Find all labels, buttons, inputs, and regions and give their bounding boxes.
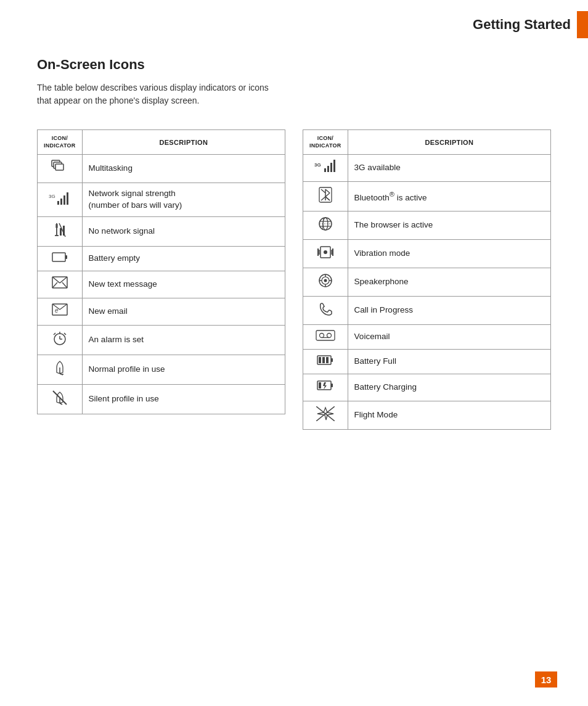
svg-rect-7 — [67, 192, 68, 205]
section-title: On-Screen Icons — [37, 57, 551, 73]
page-number: 13 — [535, 671, 557, 688]
table-row: No network signal — [38, 217, 285, 247]
desc-bluetooth: Bluetooth® is active — [348, 182, 550, 211]
icon-battery-charging — [303, 374, 348, 401]
desc-voicemail: Voicemail — [348, 325, 550, 350]
icon-flight-mode — [303, 401, 348, 430]
desc-multitasking: Multitasking — [82, 155, 285, 183]
table-row: Voicemail — [303, 325, 551, 350]
table-row: Silent profile in use — [38, 385, 285, 414]
icon-battery-empty — [38, 247, 83, 271]
desc-battery-charging: Battery Charging — [348, 374, 550, 401]
right-table-header-icon: ICON/INDICATOR — [303, 130, 348, 155]
table-row: An alarm is set — [38, 326, 285, 355]
desc-flight-mode: Flight Mode — [348, 401, 550, 430]
page-content: On-Screen Icons The table below describe… — [0, 44, 588, 454]
table-row: Multitasking — [38, 155, 285, 183]
svg-rect-13 — [60, 228, 62, 236]
svg-rect-42 — [330, 163, 332, 172]
svg-line-31 — [64, 333, 66, 335]
page-number-wrap: 13 — [535, 671, 557, 688]
icon-call-progress — [303, 297, 348, 325]
desc-network-signal: Network signal strength(number of bars w… — [82, 183, 285, 217]
desc-vibration: Vibration mode — [348, 240, 550, 268]
icon-vibration — [303, 240, 348, 268]
desc-no-network: No network signal — [82, 217, 285, 247]
table-row: Vibration mode — [303, 240, 551, 268]
svg-rect-2 — [55, 164, 63, 170]
desc-new-text-message: New text message — [82, 271, 285, 298]
header-title-wrap: Getting Started — [473, 11, 588, 38]
icon-new-text-message — [38, 271, 83, 298]
right-table: ICON/INDICATOR DESCRIPTION 3G — [303, 129, 551, 430]
svg-rect-71 — [316, 330, 335, 340]
svg-line-47 — [325, 193, 330, 197]
desc-browser: The browser is active — [348, 211, 550, 240]
table-row: Battery empty — [38, 247, 285, 271]
icon-silent-profile — [38, 385, 83, 414]
icon-battery-full — [303, 350, 348, 374]
table-row: New text message — [38, 271, 285, 298]
table-row: 3G Network signal strength(number of bar… — [38, 183, 285, 217]
desc-battery-empty: Battery empty — [82, 247, 285, 271]
icon-new-email: e — [38, 298, 83, 326]
svg-point-66 — [324, 279, 327, 282]
table-row: Battery Full — [303, 350, 551, 374]
desc-silent-profile: Silent profile in use — [82, 385, 285, 414]
svg-line-46 — [325, 189, 330, 193]
table-row: Bluetooth® is active — [303, 182, 551, 211]
icon-3g: 3G — [303, 155, 348, 182]
desc-new-email: New email — [82, 298, 285, 326]
svg-line-21 — [52, 282, 57, 288]
header-accent-bar — [577, 11, 588, 38]
svg-rect-78 — [322, 357, 325, 363]
svg-line-49 — [325, 197, 330, 200]
table-row: e New email — [38, 298, 285, 326]
table-row: Speakerphone — [303, 268, 551, 297]
svg-rect-6 — [63, 195, 65, 205]
svg-rect-17 — [65, 255, 67, 259]
svg-rect-4 — [57, 201, 59, 205]
svg-rect-79 — [326, 357, 329, 363]
table-row: The browser is active — [303, 211, 551, 240]
icon-speakerphone — [303, 268, 348, 297]
desc-normal-profile: Normal profile in use — [82, 355, 285, 385]
svg-line-22 — [62, 282, 67, 288]
svg-rect-82 — [319, 382, 321, 388]
intro-text: The table below describes various displa… — [37, 81, 551, 107]
icon-browser — [303, 211, 348, 240]
icon-normal-profile — [38, 355, 83, 385]
svg-line-30 — [54, 333, 55, 335]
svg-rect-76 — [331, 358, 333, 362]
desc-battery-full: Battery Full — [348, 350, 550, 374]
svg-line-19 — [52, 277, 60, 283]
header-title: Getting Started — [473, 17, 571, 33]
svg-rect-41 — [327, 166, 329, 172]
icon-no-network — [38, 217, 83, 247]
svg-line-37 — [60, 403, 62, 404]
svg-rect-16 — [52, 253, 65, 261]
svg-text:3G: 3G — [49, 194, 55, 199]
desc-3g: 3G available — [348, 155, 550, 182]
left-table-header-icon: ICON/INDICATOR — [38, 130, 83, 155]
svg-rect-5 — [60, 199, 62, 205]
svg-point-73 — [327, 334, 331, 338]
table-row: 3G 3G available — [303, 155, 551, 182]
icon-multitasking — [38, 155, 83, 183]
tables-wrap: ICON/INDICATOR DESCRIPTION Multitasking — [37, 129, 551, 430]
icon-network-signal: 3G — [38, 183, 83, 217]
table-row: Flight Mode — [303, 401, 551, 430]
icon-voicemail — [303, 325, 348, 350]
header: Getting Started — [0, 0, 588, 44]
left-table: ICON/INDICATOR DESCRIPTION Multitasking — [37, 129, 285, 414]
table-row: Normal profile in use — [38, 355, 285, 385]
svg-rect-43 — [333, 160, 335, 172]
left-table-header-desc: DESCRIPTION — [82, 130, 285, 155]
table-row: Battery Charging — [303, 374, 551, 401]
desc-speakerphone: Speakerphone — [348, 268, 550, 297]
svg-text:3G: 3G — [314, 162, 321, 168]
svg-line-51 — [321, 197, 325, 200]
icon-alarm — [38, 326, 83, 355]
svg-point-72 — [319, 334, 324, 338]
right-table-header-desc: DESCRIPTION — [348, 130, 550, 155]
